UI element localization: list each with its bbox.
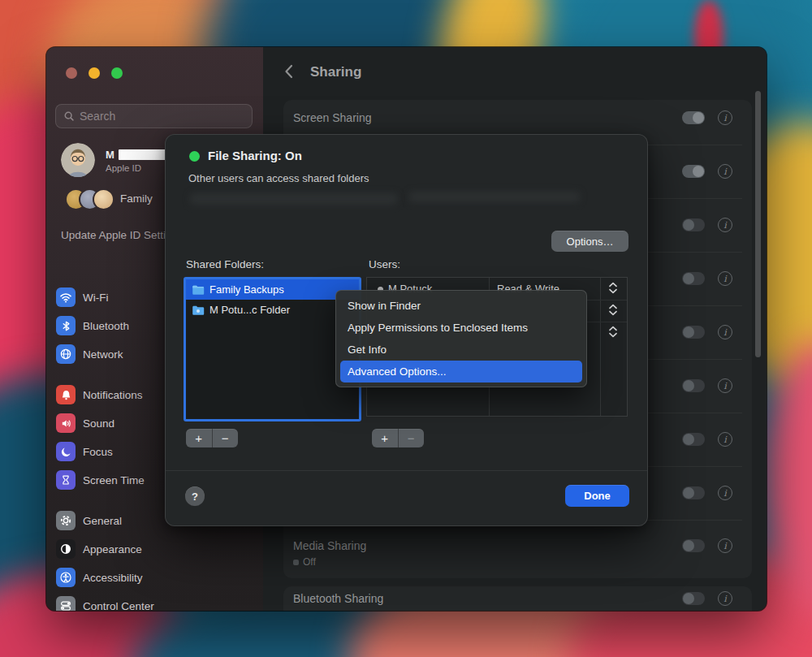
remove-folder-button[interactable]: − [212, 429, 239, 447]
sidebar-item-label: Network [83, 348, 123, 361]
dialog-title: File Sharing: On [208, 149, 302, 162]
redaction-bar [119, 149, 170, 160]
done-button[interactable]: Done [565, 485, 629, 507]
search-icon [63, 110, 75, 122]
folder-name: M Potu...c Folder [209, 304, 290, 316]
bluetooth-icon [56, 316, 76, 335]
menu-item-show-in-finder[interactable]: Show in Finder [340, 295, 582, 317]
bell-icon [56, 385, 76, 404]
users-label: Users: [369, 258, 400, 270]
sidebar-item-accessibility[interactable]: Accessibility [56, 565, 253, 590]
shared-folders-label: Shared Folders: [186, 258, 264, 270]
sidebar-item-label: Wi-Fi [83, 292, 108, 304]
wifi-icon [56, 287, 76, 307]
folder-row[interactable]: M Potu...c Folder [186, 300, 359, 320]
toggle-switch[interactable] [682, 111, 705, 124]
menu-item-get-info[interactable]: Get Info [340, 339, 582, 361]
sidebar-item-label: Bluetooth [83, 320, 129, 332]
folder-icon [192, 284, 205, 296]
service-row-label: Screen Sharing [293, 111, 372, 124]
sidebar-item-label: Control Center [83, 600, 154, 612]
service-row-label: Media Sharing [293, 539, 366, 552]
service-row-label: Bluetooth Sharing [293, 592, 383, 605]
sidebar-item-label: Screen Time [83, 474, 145, 486]
speaker-icon [56, 413, 76, 433]
accessibility-icon [56, 568, 76, 587]
remove-user-button[interactable]: − [398, 429, 425, 447]
toggle-switch[interactable] [682, 379, 705, 392]
search-input[interactable]: Search [55, 104, 253, 128]
control-center-icon [56, 596, 76, 611]
info-icon[interactable]: i [718, 486, 732, 500]
options-button[interactable]: Options… [551, 231, 628, 252]
sidebar-item-label: Focus [83, 446, 113, 458]
folder-icon [192, 305, 205, 316]
info-icon[interactable]: i [718, 378, 732, 393]
sidebar-item-appearance[interactable]: Appearance [56, 537, 253, 561]
toggle-switch[interactable] [682, 539, 705, 552]
folders-add-remove-group: + − [186, 429, 238, 447]
gear-icon [56, 511, 76, 530]
dialog-footer-divider [166, 470, 647, 471]
toggle-switch[interactable] [682, 433, 705, 446]
sidebar-item-control-center[interactable]: Control Center [56, 594, 253, 611]
toggle-switch[interactable] [682, 272, 705, 285]
search-placeholder: Search [80, 110, 115, 123]
page-title: Sharing [310, 64, 361, 80]
permission-stepper[interactable] [608, 326, 618, 338]
status-dot-icon [293, 560, 299, 565]
back-button[interactable] [283, 64, 295, 79]
service-row-status: Off [293, 556, 316, 568]
sidebar-item-family[interactable]: Family [120, 192, 153, 205]
folder-row-selected[interactable]: Family Backups [186, 279, 359, 300]
menu-item-advanced-options[interactable]: Advanced Options... [340, 361, 582, 383]
info-icon[interactable]: i [718, 110, 732, 125]
system-settings-window: Search M Apple ID Family Upda [46, 47, 767, 611]
zoom-window-button[interactable] [111, 67, 123, 79]
folder-name: Family Backups [209, 283, 284, 296]
blurred-text [190, 193, 397, 205]
permission-stepper[interactable] [608, 282, 618, 294]
toggle-switch[interactable] [682, 165, 705, 178]
add-folder-button[interactable]: + [186, 429, 212, 447]
info-icon[interactable]: i [718, 432, 732, 447]
memoji-icon [61, 143, 95, 177]
status-green-icon [189, 151, 200, 162]
info-icon[interactable]: i [718, 164, 732, 179]
family-avatar-icon [93, 188, 114, 210]
hourglass-icon [56, 470, 76, 490]
sidebar-item-label: Accessibility [83, 572, 143, 584]
close-window-button[interactable] [66, 67, 77, 79]
info-icon[interactable]: i [718, 271, 732, 286]
account-subtitle: Apple ID [106, 163, 141, 173]
toggle-switch[interactable] [682, 486, 705, 499]
account-name: M [106, 149, 114, 161]
info-icon[interactable]: i [718, 591, 732, 606]
add-user-button[interactable]: + [372, 429, 398, 447]
toggle-switch[interactable] [682, 592, 705, 605]
appearance-icon [56, 539, 76, 559]
sidebar-item-label: Notifications [83, 389, 143, 401]
sidebar-item-label: General [83, 515, 122, 527]
permission-stepper[interactable] [608, 304, 618, 316]
toggle-switch[interactable] [682, 218, 705, 231]
moon-icon [56, 442, 76, 461]
avatar[interactable] [61, 143, 95, 177]
users-add-remove-group: + − [372, 429, 424, 447]
info-icon[interactable]: i [718, 538, 732, 553]
scrollbar-thumb[interactable] [755, 91, 761, 357]
globe-icon [56, 344, 76, 364]
sidebar-item-label: Appearance [83, 543, 142, 555]
screenshot-root: Search M Apple ID Family Upda [0, 0, 812, 657]
folder-context-menu: Show in Finder Apply Permissions to Encl… [335, 290, 587, 387]
dialog-subtitle: Other users can access shared folders [188, 172, 369, 184]
bluetooth-sharing-group: Bluetooth Sharing i [283, 586, 752, 611]
sidebar-item-label: Sound [83, 417, 114, 430]
minimize-window-button[interactable] [89, 67, 100, 79]
info-icon[interactable]: i [718, 218, 732, 232]
toggle-switch[interactable] [682, 326, 705, 339]
info-icon[interactable]: i [718, 325, 732, 339]
menu-item-apply-permissions[interactable]: Apply Permissions to Enclosed Items [340, 317, 582, 339]
blurred-text [409, 192, 580, 202]
help-button[interactable]: ? [185, 486, 205, 506]
